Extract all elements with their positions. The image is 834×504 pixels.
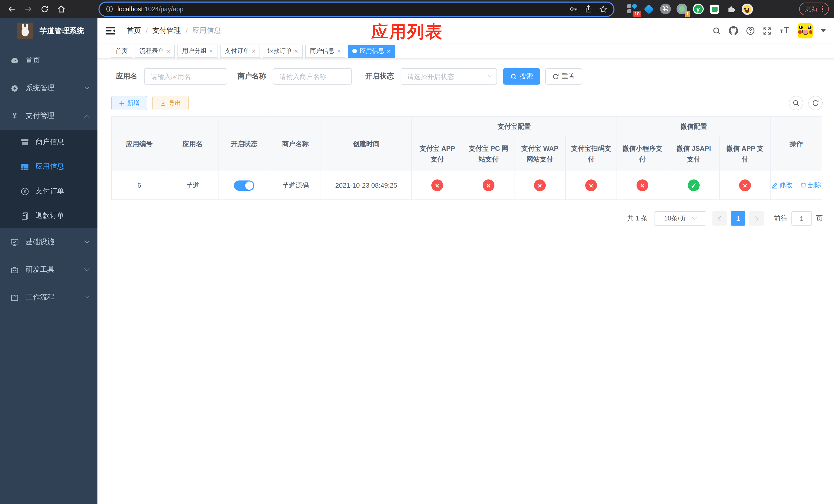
tag-label: 支付订单 [225,47,249,55]
status-label: 开启状态 [365,72,394,81]
extension-command-icon[interactable]: ⌘ [660,3,671,15]
tag-5[interactable]: 商户信息× [305,44,345,58]
merchant-name-label: 商户名称 [238,72,266,81]
github-icon[interactable] [729,26,738,36]
sidebar-item-0[interactable]: 首页 [0,47,97,74]
breadcrumb-item[interactable]: 首页 [127,26,141,36]
page-size-select[interactable]: 10条/页 [654,211,706,226]
action-label: 删除 [808,181,821,190]
sidebar-item-4[interactable]: 研发工具 [0,256,97,283]
merchant-name-input[interactable] [273,68,352,85]
reset-button[interactable]: 重置 [545,68,582,85]
close-circle-icon: × [585,180,597,191]
extension-chat-icon[interactable] [709,3,720,15]
font-size-icon[interactable] [779,27,790,35]
sidebar-item-1[interactable]: 系统管理 [0,74,97,102]
page-number-1[interactable]: 1 [731,211,745,226]
cell-merchant: 芋道源码 [270,171,321,200]
sidebar-collapse-icon[interactable] [106,27,115,35]
next-page-button[interactable] [749,211,764,226]
tag-6[interactable]: 应用信息× [348,44,395,58]
extension-kite-icon[interactable] [643,3,655,15]
breadcrumb-item: 应用信息 [192,26,221,36]
tag-0[interactable]: 首页 [111,44,132,58]
password-key-icon[interactable] [569,5,578,13]
status-select-input[interactable] [401,68,497,85]
refresh-button[interactable] [808,96,823,110]
browser-extensions: 10 ⌘ 1 y [627,3,753,15]
goto-page-input[interactable] [791,211,812,226]
sidebar-logo[interactable]: 芋道管理系统 [0,18,97,44]
edit-link[interactable]: 修改 [771,181,793,190]
status-select[interactable] [401,68,497,85]
extension-y-icon[interactable]: y [693,3,704,15]
app-title: 芋道管理系统 [40,26,84,36]
enabled-toggle[interactable] [234,180,255,190]
fullscreen-icon[interactable] [763,26,771,35]
total-count: 共 1 条 [627,214,648,223]
active-dot [352,49,357,53]
sidebar-subitem-label: 商户信息 [36,137,64,147]
grid-icon [20,162,30,171]
breadcrumb-separator: / [146,27,148,35]
chevron-down-icon[interactable] [821,29,826,32]
sidebar-subitem-3[interactable]: 退款订单 [0,204,97,228]
user-avatar[interactable] [797,23,813,39]
close-icon[interactable]: × [209,48,213,54]
sidebar-item-label: 支付管理 [26,111,54,120]
goto-label: 前往 [774,214,787,223]
browser-update-button[interactable]: 更新 [799,3,829,15]
extension-grid-icon[interactable]: 10 [627,3,638,15]
tag-1[interactable]: 流程表单× [135,44,175,58]
tag-4[interactable]: 退款订单× [263,44,303,58]
tag-3[interactable]: 支付订单× [220,44,260,58]
close-icon[interactable]: × [252,48,256,54]
browser-back-button[interactable] [5,2,19,16]
close-icon[interactable]: × [167,48,170,54]
close-icon[interactable]: × [294,48,298,54]
extension-recorder-icon[interactable]: 1 [676,3,687,15]
add-button[interactable]: 新增 [111,96,147,110]
browser-home-button[interactable] [54,2,68,16]
share-icon[interactable] [585,5,592,13]
shop-icon [20,138,30,146]
delete-link[interactable]: 删除 [800,181,821,190]
search-button[interactable]: 搜索 [503,68,540,85]
sidebar-item-2[interactable]: ¥支付管理 [0,102,97,130]
close-circle-icon: × [637,180,648,191]
table-row: 6芋道芋道源码2021-10-23 08:49:25×××××✓×修改删除 [112,171,822,200]
close-circle-icon: × [534,180,546,191]
search-toggle-button[interactable] [789,96,803,110]
document-icon [20,211,30,220]
browser-toolbar: localhost:1024/pay/app 10 [0,0,834,18]
browser-reload-button[interactable] [38,2,51,16]
profile-avatar-icon[interactable] [742,3,753,15]
sidebar-subitem-1[interactable]: 应用信息 [0,154,97,179]
help-icon[interactable] [746,26,755,36]
browser-forward-button[interactable] [22,2,35,16]
sidebar-subitem-2[interactable]: ¥支付订单 [0,179,97,204]
close-icon[interactable]: × [387,48,390,54]
breadcrumb-item[interactable]: 支付管理 [152,26,181,36]
column-subheader: 支付宝 PC 网站支付 [463,136,514,171]
extensions-puzzle-icon[interactable] [725,3,737,15]
url-bar[interactable]: localhost:1024/pay/app [100,2,613,16]
sidebar-item-3[interactable]: 基础设施 [0,228,97,256]
export-button[interactable]: 导出 [152,96,189,110]
yen-circle-icon: ¥ [20,187,30,196]
column-header: 商户名称 [270,117,321,171]
sidebar-item-5[interactable]: 工作流程 [0,283,97,311]
sidebar-subitem-label: 支付订单 [36,187,64,196]
bookmark-star-icon[interactable] [599,5,607,13]
app-name-input[interactable] [144,68,227,85]
close-icon[interactable]: × [337,48,341,54]
browser-menu-icon[interactable] [822,6,823,12]
prev-page-button[interactable] [712,211,727,226]
sidebar-subitem-0[interactable]: 商户信息 [0,130,97,154]
tag-2[interactable]: 用户分组× [177,44,218,58]
site-info-icon[interactable] [106,5,113,13]
column-subheader: 微信小程序支付 [617,136,668,171]
header-search-icon[interactable] [712,26,721,35]
sidebar-menu: 首页系统管理¥支付管理商户信息应用信息¥支付订单退款订单基础设施研发工具工作流程 [0,47,97,311]
tag-label: 商户信息 [310,47,334,55]
